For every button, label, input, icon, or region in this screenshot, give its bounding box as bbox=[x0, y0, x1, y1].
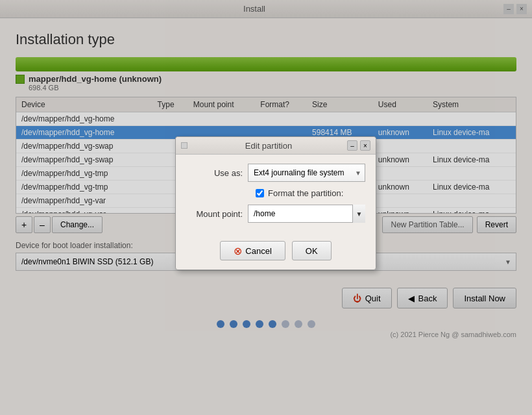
cancel-icon: ⊗ bbox=[234, 245, 242, 257]
mount-point-label: Mount point: bbox=[186, 209, 248, 219]
dialog-minimize-button[interactable]: – bbox=[347, 140, 357, 151]
mount-point-input-wrapper: ▼ bbox=[248, 205, 365, 223]
format-checkbox[interactable] bbox=[256, 189, 264, 197]
dialog-titlebar: Edit partition – × bbox=[176, 137, 376, 155]
dialog-footer: ⊗ Cancel OK bbox=[176, 238, 376, 270]
modal-overlay: Edit partition – × Use as: Ext4 journali… bbox=[0, 0, 532, 415]
mount-point-row: Mount point: ▼ bbox=[186, 205, 365, 223]
cancel-button[interactable]: ⊗ Cancel bbox=[220, 241, 285, 260]
dialog-title: Edit partition bbox=[190, 141, 347, 151]
dialog-close-button[interactable]: × bbox=[360, 140, 370, 151]
format-label[interactable]: Format the partition: bbox=[268, 188, 343, 198]
mount-point-dropdown-arrow[interactable]: ▼ bbox=[352, 205, 365, 223]
use-as-select-wrapper: Ext4 journaling file systemExt3 journali… bbox=[248, 164, 365, 182]
use-as-select[interactable]: Ext4 journaling file systemExt3 journali… bbox=[248, 164, 365, 182]
mount-point-input[interactable] bbox=[248, 205, 365, 223]
dialog-content: Use as: Ext4 journaling file systemExt3 … bbox=[176, 155, 376, 238]
use-as-label: Use as: bbox=[186, 168, 248, 178]
edit-partition-dialog: Edit partition – × Use as: Ext4 journali… bbox=[175, 136, 376, 270]
dialog-controls[interactable]: – × bbox=[347, 140, 370, 151]
use-as-row: Use as: Ext4 journaling file systemExt3 … bbox=[186, 164, 365, 182]
ok-button[interactable]: OK bbox=[292, 241, 332, 260]
ok-label: OK bbox=[306, 246, 318, 256]
cancel-label: Cancel bbox=[245, 246, 271, 256]
dialog-drag-handle bbox=[181, 142, 187, 149]
format-checkbox-row: Format the partition: bbox=[186, 188, 365, 198]
